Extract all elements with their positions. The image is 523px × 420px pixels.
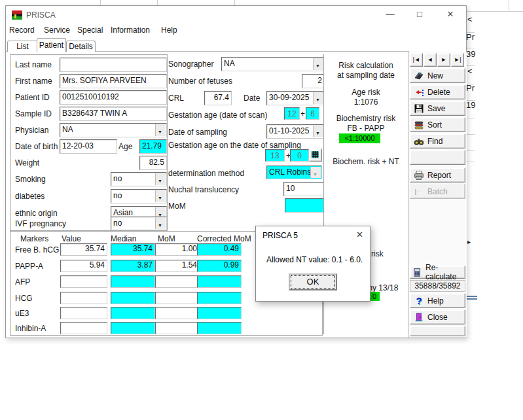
marker-median-field	[111, 307, 155, 319]
dropdown-arrow-icon[interactable]	[155, 124, 166, 136]
batch-button-label: Batch	[427, 187, 448, 196]
scan-date-value: 30-09-2025	[269, 93, 309, 102]
find-button[interactable]: Find	[410, 133, 465, 149]
menu-information[interactable]: Information	[111, 26, 150, 35]
nav-last-button[interactable]: ►|	[451, 53, 464, 67]
biochem-nt-label: Biochem. risk + NT	[326, 157, 406, 166]
marker-corrected-field	[197, 275, 242, 288]
delete-button[interactable]: Delete	[410, 84, 465, 99]
marker-median-field: 3.87	[111, 260, 155, 272]
sort-button[interactable]: Sort	[410, 117, 465, 132]
marker-corrected-field: 0.99	[197, 260, 242, 272]
bg-text-fragment: <	[467, 66, 473, 76]
recalculate-button[interactable]: Re-calculate	[410, 266, 465, 279]
dialog-message: Allowed NT value: 0.1 - 6.0.	[266, 255, 363, 264]
ga-sampling-weeks: 13	[265, 149, 285, 162]
sampling-date-select[interactable]: 01-10-2025	[266, 124, 325, 139]
diabetes-select[interactable]: no	[111, 189, 167, 203]
physician-select[interactable]: NA	[60, 123, 167, 137]
marker-median-field: 35.74	[111, 243, 155, 256]
marker-label: uE3	[15, 309, 29, 318]
report-button-label: Report	[427, 171, 451, 180]
marker-value-field[interactable]	[60, 275, 107, 288]
bg-grid-line	[465, 162, 475, 162]
close-app-button[interactable]: Close	[410, 309, 465, 324]
scan-date-select[interactable]: 30-09-2025	[266, 91, 325, 105]
bg-bullet: ▸	[467, 238, 471, 245]
tab-list[interactable]: List	[7, 41, 38, 52]
age-risk-value: 1:1076	[326, 97, 406, 107]
nt-field[interactable]: 10	[283, 182, 325, 196]
ethnic-origin-label: ethnic origin	[15, 209, 58, 218]
last-name-field[interactable]	[60, 58, 167, 72]
report-button[interactable]: Report	[410, 167, 465, 183]
mom-field	[285, 198, 325, 213]
marker-value-field[interactable]	[60, 307, 107, 319]
dropdown-arrow-icon[interactable]	[155, 218, 166, 229]
determination-select: CRL Robins(	[266, 166, 322, 179]
delete-record-icon	[414, 87, 424, 97]
tab-details[interactable]: Details	[66, 41, 96, 52]
tab-patient[interactable]: Patient	[37, 38, 66, 52]
marker-corrected-field	[197, 307, 242, 319]
sample-id-field[interactable]: B3286437 TWIN A	[60, 107, 167, 121]
bg-grid-line	[157, 0, 158, 5]
nav-first-button[interactable]: |◄	[410, 53, 423, 67]
title-bar[interactable]: PRISCA — □ ✕	[6, 6, 466, 24]
sampling-date-value: 01-10-2025	[269, 126, 309, 135]
ok-button[interactable]: OK	[289, 273, 337, 290]
patient-id-field[interactable]: 0012510010192	[60, 90, 167, 105]
biochem-risk-label: Biochemistry risk	[326, 114, 406, 123]
dob-field[interactable]: 12-20-03	[60, 139, 117, 154]
dropdown-arrow-icon[interactable]	[155, 173, 166, 185]
sample-id-label: Sample ID	[15, 109, 52, 118]
ivf-select[interactable]: no	[111, 217, 167, 230]
physician-value: NA	[62, 125, 73, 134]
crl-field[interactable]: 67.4	[204, 91, 232, 105]
close-button[interactable]: ✕	[439, 7, 461, 22]
menu-service[interactable]: Service	[44, 26, 70, 35]
marker-label: PAPP-A	[15, 262, 43, 271]
prisca-window: PRISCA — □ ✕ Record Service Special Info…	[5, 5, 467, 338]
bg-equals-line	[466, 296, 477, 297]
maximize-button[interactable]: □	[408, 7, 431, 22]
marker-value-field[interactable]: 5.94	[60, 260, 107, 272]
corrected-mom-header: Corrected MoM	[197, 234, 251, 243]
minimize-button[interactable]: —	[379, 7, 401, 22]
new-button[interactable]: New	[410, 68, 465, 83]
dropdown-arrow-icon[interactable]	[313, 58, 323, 70]
dialog-close-icon[interactable]: ✕	[356, 230, 363, 239]
save-button[interactable]: Save	[410, 101, 465, 116]
marker-value-field[interactable]: 35.74	[60, 243, 107, 256]
fetuses-field[interactable]: 2	[302, 74, 325, 88]
ivf-value: no	[113, 219, 122, 228]
delete-button-label: Delete	[427, 88, 450, 97]
nav-next-button[interactable]: ►	[437, 53, 450, 67]
menu-special[interactable]: Special	[77, 26, 103, 35]
sonographer-select[interactable]: NA	[221, 57, 325, 71]
dropdown-arrow-icon[interactable]	[155, 190, 166, 202]
dropdown-arrow-icon[interactable]	[313, 126, 323, 137]
new-record-icon	[414, 71, 424, 81]
nt-label: Nuchal translucency	[168, 185, 239, 194]
marker-corrected-field	[197, 322, 242, 334]
marker-label: HCG	[15, 294, 33, 303]
marker-median-field	[111, 322, 155, 334]
menu-record[interactable]: Record	[9, 26, 35, 35]
marker-value-field[interactable]	[60, 322, 107, 334]
nav-prev-button[interactable]: ◄	[424, 53, 437, 67]
help-button[interactable]: Help	[410, 293, 465, 308]
first-name-field[interactable]: Mrs. SOFIYA PARVEEN	[60, 74, 167, 88]
bg-grid-line	[100, 0, 101, 5]
menu-help[interactable]: Help	[161, 26, 177, 35]
smoking-select[interactable]: no	[111, 172, 167, 186]
weight-field[interactable]: 82.5	[139, 156, 167, 170]
marker-label: Inhibin-A	[15, 324, 46, 333]
bg-text-fragment: Pr	[466, 32, 475, 42]
dropdown-arrow-icon[interactable]	[313, 92, 323, 104]
bg-text-fragment: Pr	[466, 83, 475, 93]
bg-text-fragment: 39	[466, 49, 475, 59]
ga-calc-button[interactable]	[309, 149, 322, 162]
marker-value-field[interactable]	[60, 292, 107, 304]
ga-scan-days: 6	[306, 107, 319, 120]
